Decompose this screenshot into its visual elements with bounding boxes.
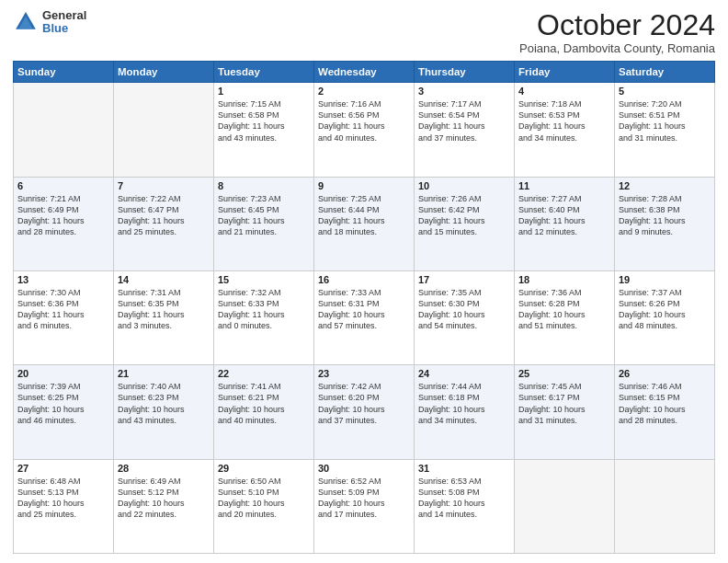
- calendar-cell: 23Sunrise: 7:42 AMSunset: 6:20 PMDayligh…: [314, 365, 415, 459]
- cell-info: Sunrise: 7:16 AMSunset: 6:56 PMDaylight:…: [318, 98, 410, 144]
- calendar-cell: 2Sunrise: 7:16 AMSunset: 6:56 PMDaylight…: [314, 83, 415, 177]
- logo-blue-text: Blue: [42, 22, 86, 35]
- cell-info: Sunrise: 7:26 AMSunset: 6:42 PMDaylight:…: [418, 193, 510, 238]
- day-number: 19: [619, 274, 711, 285]
- calendar-cell: 21Sunrise: 7:40 AMSunset: 6:23 PMDayligh…: [114, 365, 214, 459]
- cell-info: Sunrise: 7:36 AMSunset: 6:28 PMDaylight:…: [518, 287, 610, 332]
- day-number: 24: [418, 368, 510, 379]
- day-number: 23: [318, 368, 410, 379]
- cell-info: Sunrise: 7:21 AMSunset: 6:49 PMDaylight:…: [17, 193, 109, 238]
- calendar-cell: 14Sunrise: 7:31 AMSunset: 6:35 PMDayligh…: [114, 270, 214, 364]
- cell-info: Sunrise: 7:17 AMSunset: 6:54 PMDaylight:…: [418, 98, 510, 144]
- day-of-week-header: Wednesday: [314, 62, 415, 83]
- calendar-cell: 19Sunrise: 7:37 AMSunset: 6:26 PMDayligh…: [615, 270, 715, 364]
- calendar-cell: 9Sunrise: 7:25 AMSunset: 6:44 PMDaylight…: [314, 177, 415, 270]
- day-number: 9: [318, 180, 410, 191]
- day-number: 15: [218, 274, 310, 285]
- cell-info: Sunrise: 6:50 AMSunset: 5:10 PMDaylight:…: [218, 476, 310, 521]
- day-number: 1: [218, 86, 310, 97]
- day-number: 6: [17, 180, 109, 191]
- day-number: 7: [118, 180, 210, 191]
- cell-info: Sunrise: 7:22 AMSunset: 6:47 PMDaylight:…: [118, 193, 210, 238]
- day-number: 31: [418, 463, 510, 474]
- calendar-cell: 7Sunrise: 7:22 AMSunset: 6:47 PMDaylight…: [114, 177, 214, 270]
- cell-info: Sunrise: 7:32 AMSunset: 6:33 PMDaylight:…: [218, 287, 310, 332]
- calendar-cell: 1Sunrise: 7:15 AMSunset: 6:58 PMDaylight…: [214, 83, 314, 177]
- calendar-cell: 24Sunrise: 7:44 AMSunset: 6:18 PMDayligh…: [415, 365, 515, 459]
- cell-info: Sunrise: 7:40 AMSunset: 6:23 PMDaylight:…: [118, 381, 210, 426]
- day-number: 27: [17, 463, 109, 474]
- logo-text: General Blue: [42, 9, 86, 36]
- page: General Blue October 2024 Poiana, Dambov…: [0, 0, 728, 563]
- cell-info: Sunrise: 7:42 AMSunset: 6:20 PMDaylight:…: [318, 381, 410, 426]
- calendar-cell: 22Sunrise: 7:41 AMSunset: 6:21 PMDayligh…: [214, 365, 314, 459]
- day-number: 3: [418, 86, 510, 97]
- cell-info: Sunrise: 6:53 AMSunset: 5:08 PMDaylight:…: [418, 476, 510, 521]
- cell-info: Sunrise: 7:25 AMSunset: 6:44 PMDaylight:…: [318, 193, 410, 238]
- calendar-cell: [515, 459, 615, 553]
- day-number: 4: [518, 86, 610, 97]
- cell-info: Sunrise: 7:20 AMSunset: 6:51 PMDaylight:…: [619, 98, 711, 144]
- cell-info: Sunrise: 7:46 AMSunset: 6:15 PMDaylight:…: [619, 381, 711, 426]
- calendar-cell: 3Sunrise: 7:17 AMSunset: 6:54 PMDaylight…: [415, 83, 515, 177]
- title-block: October 2024 Poiana, Dambovita County, R…: [519, 9, 715, 55]
- logo-general-text: General: [42, 9, 86, 22]
- day-number: 14: [118, 274, 210, 285]
- day-number: 21: [118, 368, 210, 379]
- calendar-cell: 15Sunrise: 7:32 AMSunset: 6:33 PMDayligh…: [214, 270, 314, 364]
- calendar-cell: 17Sunrise: 7:35 AMSunset: 6:30 PMDayligh…: [415, 270, 515, 364]
- day-number: 26: [619, 368, 711, 379]
- calendar-cell: 5Sunrise: 7:20 AMSunset: 6:51 PMDaylight…: [615, 83, 715, 177]
- cell-info: Sunrise: 7:31 AMSunset: 6:35 PMDaylight:…: [118, 287, 210, 332]
- day-number: 20: [17, 368, 109, 379]
- calendar-week-row: 13Sunrise: 7:30 AMSunset: 6:36 PMDayligh…: [14, 270, 715, 364]
- day-number: 13: [17, 274, 109, 285]
- calendar-cell: 18Sunrise: 7:36 AMSunset: 6:28 PMDayligh…: [515, 270, 615, 364]
- header-row: SundayMondayTuesdayWednesdayThursdayFrid…: [14, 62, 715, 83]
- day-number: 28: [118, 463, 210, 474]
- day-of-week-header: Tuesday: [214, 62, 314, 83]
- calendar-week-row: 20Sunrise: 7:39 AMSunset: 6:25 PMDayligh…: [14, 365, 715, 459]
- calendar-week-row: 27Sunrise: 6:48 AMSunset: 5:13 PMDayligh…: [14, 459, 715, 553]
- calendar-cell: 31Sunrise: 6:53 AMSunset: 5:08 PMDayligh…: [415, 459, 515, 553]
- day-number: 29: [218, 463, 310, 474]
- cell-info: Sunrise: 7:33 AMSunset: 6:31 PMDaylight:…: [318, 287, 410, 332]
- cell-info: Sunrise: 7:23 AMSunset: 6:45 PMDaylight:…: [218, 193, 310, 238]
- logo-icon: [13, 9, 39, 35]
- calendar-cell: 30Sunrise: 6:52 AMSunset: 5:09 PMDayligh…: [314, 459, 415, 553]
- day-number: 11: [518, 180, 610, 191]
- cell-info: Sunrise: 7:27 AMSunset: 6:40 PMDaylight:…: [518, 193, 610, 238]
- calendar-cell: [14, 83, 114, 177]
- day-of-week-header: Saturday: [615, 62, 715, 83]
- cell-info: Sunrise: 6:48 AMSunset: 5:13 PMDaylight:…: [17, 476, 109, 521]
- cell-info: Sunrise: 6:52 AMSunset: 5:09 PMDaylight:…: [318, 476, 410, 521]
- calendar-cell: 28Sunrise: 6:49 AMSunset: 5:12 PMDayligh…: [114, 459, 214, 553]
- day-number: 17: [418, 274, 510, 285]
- calendar-cell: 26Sunrise: 7:46 AMSunset: 6:15 PMDayligh…: [615, 365, 715, 459]
- calendar-cell: 8Sunrise: 7:23 AMSunset: 6:45 PMDaylight…: [214, 177, 314, 270]
- header: General Blue October 2024 Poiana, Dambov…: [13, 9, 715, 55]
- calendar-cell: 25Sunrise: 7:45 AMSunset: 6:17 PMDayligh…: [515, 365, 615, 459]
- day-number: 8: [218, 180, 310, 191]
- calendar-table: SundayMondayTuesdayWednesdayThursdayFrid…: [13, 61, 715, 554]
- day-number: 12: [619, 180, 711, 191]
- calendar-cell: 4Sunrise: 7:18 AMSunset: 6:53 PMDaylight…: [515, 83, 615, 177]
- cell-info: Sunrise: 7:30 AMSunset: 6:36 PMDaylight:…: [17, 287, 109, 332]
- cell-info: Sunrise: 7:39 AMSunset: 6:25 PMDaylight:…: [17, 381, 109, 426]
- calendar-cell: [114, 83, 214, 177]
- day-of-week-header: Thursday: [415, 62, 515, 83]
- calendar-week-row: 1Sunrise: 7:15 AMSunset: 6:58 PMDaylight…: [14, 83, 715, 177]
- day-of-week-header: Sunday: [14, 62, 114, 83]
- logo: General Blue: [13, 9, 86, 36]
- calendar-cell: 6Sunrise: 7:21 AMSunset: 6:49 PMDaylight…: [14, 177, 114, 270]
- day-number: 5: [619, 86, 711, 97]
- calendar-week-row: 6Sunrise: 7:21 AMSunset: 6:49 PMDaylight…: [14, 177, 715, 270]
- day-number: 18: [518, 274, 610, 285]
- day-number: 30: [318, 463, 410, 474]
- day-number: 2: [318, 86, 410, 97]
- calendar-cell: 20Sunrise: 7:39 AMSunset: 6:25 PMDayligh…: [14, 365, 114, 459]
- cell-info: Sunrise: 7:15 AMSunset: 6:58 PMDaylight:…: [218, 98, 310, 144]
- day-number: 10: [418, 180, 510, 191]
- calendar-cell: 13Sunrise: 7:30 AMSunset: 6:36 PMDayligh…: [14, 270, 114, 364]
- day-number: 16: [318, 274, 410, 285]
